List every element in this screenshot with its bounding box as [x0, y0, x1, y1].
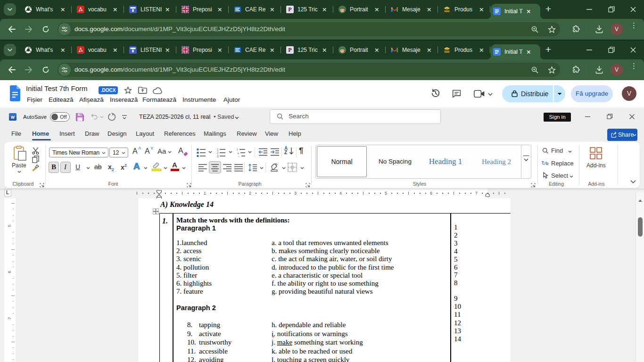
svg-text:1: 1: [237, 148, 239, 151]
svg-text:3: 3: [217, 155, 219, 158]
svg-text:i: i: [239, 155, 239, 158]
svg-text:P: P: [288, 6, 291, 13]
svg-text:w: w: [10, 115, 15, 120]
svg-text:a: a: [238, 152, 239, 155]
svg-text:2: 2: [217, 151, 219, 155]
svg-text:P: P: [288, 47, 291, 53]
